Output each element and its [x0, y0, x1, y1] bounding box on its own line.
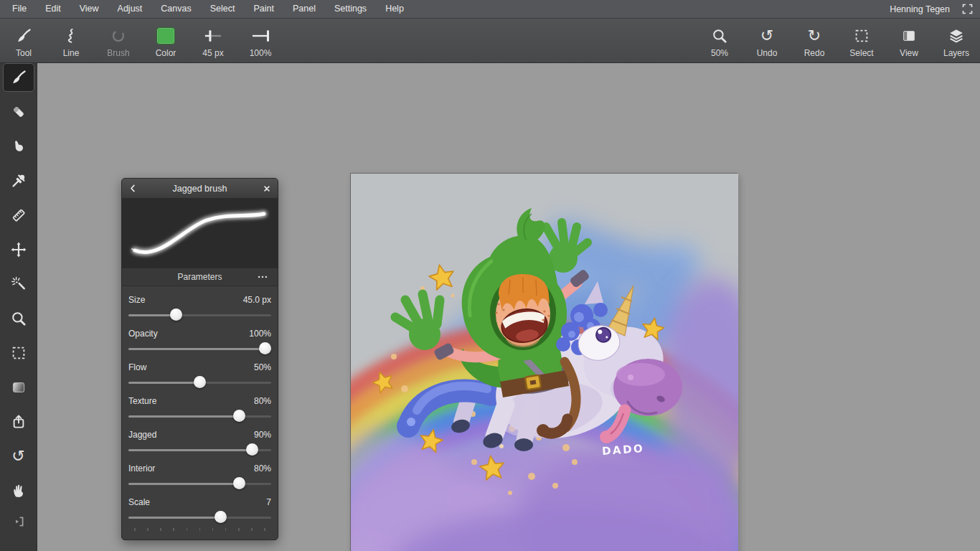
menu-bar-items: FileEditViewAdjustCanvasSelectPaintPanel… [0, 0, 413, 18]
slider-flow-handle[interactable] [194, 376, 206, 388]
slider-scale-handle[interactable] [215, 511, 227, 523]
toolbar-undo-label: Undo [757, 48, 778, 58]
slider-label: Flow [128, 362, 146, 372]
toolbar-brush-label: Brush [107, 48, 129, 58]
user-name[interactable]: Henning Tegen [890, 4, 950, 14]
slider-label: Texture [128, 396, 156, 406]
parameters-menu-button[interactable] [256, 271, 272, 283]
toolbar-undo-button[interactable]: ↺Undo [743, 19, 791, 62]
sidebar-tool-move[interactable] [3, 235, 34, 264]
slider-value: 50% [254, 362, 271, 372]
sidebar-tool-select[interactable] [3, 339, 34, 367]
toolbar: ToolLineBrushColor45 px100% 50%↺Undo↻Red… [0, 19, 980, 63]
toolbar-layers-icon-area [948, 24, 965, 47]
toolbar-zoom-icon-area [711, 24, 728, 47]
slider-texture-track[interactable] [128, 409, 271, 423]
toolbar-redo-button[interactable]: ↻Redo [791, 19, 838, 62]
chevron-left-icon [128, 183, 138, 194]
toolbar-size-button[interactable]: 45 px [189, 19, 237, 62]
hand-icon [10, 482, 27, 499]
menu-item-canvas[interactable]: Canvas [151, 0, 200, 18]
smudge-icon [10, 138, 27, 155]
toolbar-opacity-button[interactable]: 100% [237, 19, 284, 62]
menu-item-select[interactable]: Select [201, 0, 245, 18]
toolbar-zoom-button[interactable]: 50% [696, 19, 743, 62]
slider-size-handle[interactable] [170, 309, 182, 321]
menu-item-file[interactable]: File [3, 0, 36, 18]
panel-close-button[interactable] [256, 184, 278, 194]
sidebar-tool-magic-wand[interactable] [3, 270, 34, 298]
slider-opacity-track[interactable] [128, 342, 271, 356]
menu-item-view[interactable]: View [70, 0, 108, 18]
toolbar-view-button[interactable]: View [885, 19, 933, 62]
panel-back-button[interactable] [122, 183, 143, 194]
toolbar-tool-icon-area [15, 24, 32, 47]
toolbar-redo-label: Redo [804, 48, 825, 58]
menu-item-adjust[interactable]: Adjust [108, 0, 152, 18]
brush-stroke-preview [122, 199, 278, 268]
undo-icon: ↺ [760, 28, 773, 44]
menu-item-panel[interactable]: Panel [283, 0, 325, 18]
rotate-ccw-icon: ↺ [11, 448, 24, 464]
toolbar-color-icon-area [156, 24, 175, 47]
close-icon [262, 184, 272, 194]
sidebar-tool-ruler[interactable] [3, 201, 34, 230]
slider-tick-marks [128, 528, 271, 531]
slider-scale: Scale7 [128, 497, 271, 531]
eraser-icon [10, 103, 27, 121]
sidebar-tool-gradient[interactable] [3, 373, 34, 402]
toolbar-select-icon-area [853, 24, 870, 47]
sidebar-tool-export[interactable] [3, 408, 34, 436]
slider-interior-handle[interactable] [233, 477, 245, 489]
slider-low-icon [203, 26, 223, 46]
slider-jagged-track[interactable] [128, 443, 271, 457]
sidebar-collapse-panel-button[interactable] [3, 507, 34, 536]
toolbar-color-button[interactable]: Color [142, 19, 189, 62]
slider-label: Size [128, 295, 145, 305]
layers-icon [948, 27, 965, 44]
toolbar-size-label: 45 px [202, 48, 223, 58]
menu-item-edit[interactable]: Edit [36, 0, 70, 18]
menu-item-settings[interactable]: Settings [325, 0, 376, 18]
slider-interior-track[interactable] [128, 476, 271, 491]
canvas-artwork: DADO [351, 174, 738, 551]
sidebar-tool-zoom[interactable] [3, 304, 34, 333]
slider-flow-track[interactable] [128, 375, 271, 390]
color-swatch [156, 27, 175, 44]
slider-value: 80% [254, 396, 271, 406]
sidebar-tool-color-picker[interactable] [3, 166, 34, 195]
sidebar-tools: ↺ [0, 63, 37, 511]
toolbar-tool-button[interactable]: Tool [0, 19, 47, 62]
slider-size: Size45.0 px [128, 295, 271, 322]
toolbar-line-button[interactable]: Line [47, 19, 95, 62]
slider-value: 45.0 px [243, 295, 271, 305]
toolbar-select-button[interactable]: Select [838, 19, 885, 62]
marquee-icon [853, 27, 870, 44]
slider-opacity-handle[interactable] [259, 342, 271, 354]
menu-item-paint[interactable]: Paint [244, 0, 283, 18]
canvas[interactable]: DADO [351, 174, 738, 551]
slider-interior: Interior80% [128, 463, 271, 491]
magnifier-icon [10, 310, 27, 327]
toolbar-brush-button[interactable]: Brush [95, 19, 142, 62]
menu-item-help[interactable]: Help [376, 0, 413, 18]
menu-bar: FileEditViewAdjustCanvasSelectPaintPanel… [0, 0, 980, 19]
sidebar-tool-smudge[interactable] [3, 132, 34, 161]
toolbar-left-group: ToolLineBrushColor45 px100% [0, 19, 284, 62]
slider-scale-track[interactable] [128, 510, 271, 524]
sidebar-tool-brush[interactable] [3, 63, 34, 92]
fullscreen-button[interactable] [960, 2, 974, 17]
sidebar-tool-eraser[interactable] [3, 98, 34, 126]
toolbar-right-group: 50%↺Undo↻RedoSelectViewLayers [696, 19, 980, 62]
brush-preset-icon [110, 27, 127, 44]
slider-jagged-handle[interactable] [246, 443, 258, 456]
slider-size-track[interactable] [128, 308, 271, 322]
sidebar-tool-pan[interactable] [3, 476, 34, 505]
gradient-icon [10, 379, 27, 396]
toolbar-layers-label: Layers [943, 48, 969, 58]
slider-texture-handle[interactable] [233, 410, 245, 422]
toolbar-redo-icon-area: ↻ [808, 24, 821, 47]
brush-panel-header[interactable]: Jagged brush [122, 179, 278, 199]
toolbar-layers-button[interactable]: Layers [933, 19, 980, 62]
sidebar-tool-rotate[interactable]: ↺ [3, 442, 34, 471]
